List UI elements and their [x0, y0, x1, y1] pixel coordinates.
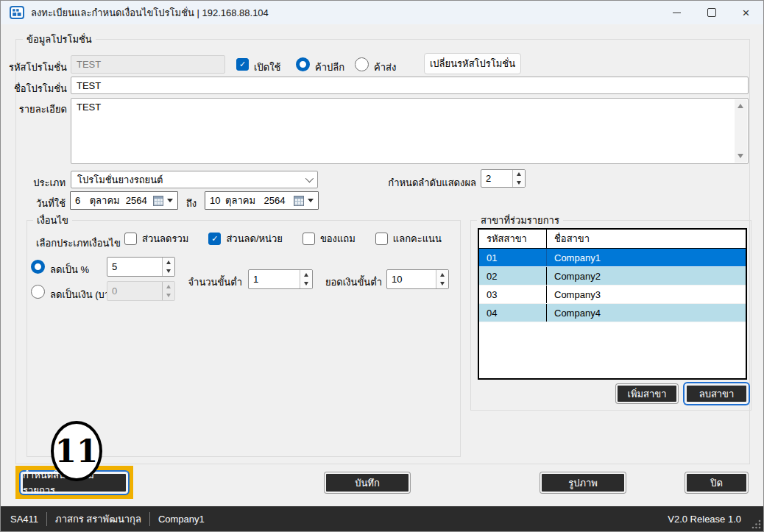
picture-button[interactable]: รูปภาพ — [540, 472, 626, 493]
condition-checkbox-free-gift[interactable]: ของแถม — [303, 231, 356, 247]
close-button[interactable]: × — [729, 1, 763, 24]
promo-code-input: TEST — [71, 55, 225, 74]
enable-checkbox[interactable]: ✓ — [236, 58, 249, 71]
spinner-down-icon[interactable] — [513, 179, 525, 188]
spinner-down-icon[interactable] — [163, 267, 174, 277]
checkbox-unchecked-icon[interactable] — [303, 233, 315, 245]
delete-branch-button[interactable]: ลบสาขา — [685, 384, 748, 403]
chevron-down-icon — [305, 174, 314, 182]
type-combobox[interactable]: โปรโมชั่นยางรถยนต์ — [71, 171, 318, 188]
save-button[interactable]: บันทึก — [325, 472, 410, 493]
textarea-scrollbar[interactable] — [735, 99, 747, 163]
date-to-label: ถึง — [186, 196, 197, 211]
header-cell-branch-name: ชื่อสาขา — [547, 230, 746, 248]
display-order-label: กำหนดลำดับแสดงผล — [381, 175, 476, 191]
description-textarea[interactable]: TEST — [71, 98, 749, 164]
check-icon: ✓ — [239, 60, 246, 69]
condition-checkbox-label: ส่วนลด/หน่วย — [226, 231, 283, 247]
scroll-up-icon[interactable] — [738, 104, 743, 108]
percent-radio[interactable] — [31, 260, 45, 274]
spinner-down-icon[interactable] — [300, 280, 312, 289]
condition-checkbox-label: แลกคะแนน — [393, 231, 442, 247]
percent-stepper[interactable]: 5 — [107, 257, 175, 277]
branch-name-cell: Company2 — [547, 267, 746, 285]
promo-group-label: ข้อมูลโปรโมชั่น — [23, 34, 96, 45]
amount-stepper: 0 — [107, 281, 175, 301]
status-version: V2.0 Release 1.0 — [668, 514, 741, 525]
spinner-up-icon — [163, 282, 174, 291]
checkbox-checked-icon[interactable]: ✓ — [208, 233, 221, 245]
retail-radio-label: ค้าปลีก — [315, 60, 344, 75]
annotation-circle: 11 — [51, 421, 102, 481]
spinner-up-icon[interactable] — [436, 270, 448, 280]
condition-checkbox-redeem-points[interactable]: แลกคะแนน — [375, 231, 442, 247]
table-row[interactable]: 04Company4 — [479, 304, 746, 322]
dropdown-arrow-icon — [167, 199, 173, 202]
spinner-down-icon[interactable] — [436, 280, 448, 289]
app-icon — [10, 6, 24, 19]
calendar-icon — [153, 196, 163, 206]
branch-table: รหัสสาขา ชื่อสาขา 01Company102Company203… — [478, 228, 747, 380]
branch-name-cell: Company4 — [547, 304, 746, 322]
branch-code-cell: 02 — [479, 267, 547, 285]
table-row[interactable]: 02Company2 — [479, 267, 746, 285]
min-qty-label: จำนวนขั้นต่ำ — [183, 274, 242, 290]
condition-checkbox-discount-total[interactable]: ส่วนลดรวม — [124, 231, 188, 247]
conditions-group-label: เงื่อนไข — [33, 215, 72, 226]
spinner-up-icon[interactable] — [163, 258, 174, 267]
conditions-group — [26, 220, 461, 457]
percent-radio-label: ลดเป็น % — [50, 262, 89, 277]
condition-type-checkboxes: ส่วนลดรวม✓ส่วนลด/หน่วยของแถมแลกคะแนน — [124, 230, 442, 247]
branches-group-label: สาขาที่ร่วมรายการ — [477, 215, 563, 226]
status-separator — [149, 512, 150, 526]
table-row[interactable]: 03Company3 — [479, 285, 746, 304]
status-user: ภาสกร สราพัฒนากุล — [55, 511, 141, 527]
maximize-button[interactable] — [695, 1, 728, 24]
promo-name-label: ชื่อโปรโมชั่น — [5, 81, 67, 96]
window-titlebar: ลงทะเบียนและกำหนดเงื่อนไขโปรโมชั่น | 192… — [1, 1, 763, 24]
spinner-up-icon[interactable] — [300, 270, 312, 280]
app-window: ลงทะเบียนและกำหนดเงื่อนไขโปรโมชั่น | 192… — [0, 0, 764, 532]
date-from-picker[interactable]: 6 ตุลาคม 2564 — [70, 191, 178, 210]
promo-name-input[interactable]: TEST — [71, 77, 749, 94]
description-label: รายละเอียด — [5, 102, 67, 117]
condition-checkbox-discount-per-unit[interactable]: ✓ส่วนลด/หน่วย — [208, 231, 283, 247]
dropdown-arrow-icon — [308, 199, 314, 202]
type-label: ประเภท — [4, 175, 66, 191]
branch-name-cell: Company1 — [547, 249, 746, 266]
status-code: SA411 — [10, 514, 38, 525]
date-to-picker[interactable]: 10 ตุลาคม 2564 — [205, 191, 319, 210]
branch-table-header: รหัสสาขา ชื่อสาขา — [479, 230, 746, 249]
status-separator — [46, 512, 47, 526]
maximize-icon — [707, 8, 716, 17]
table-row[interactable]: 01Company1 — [479, 249, 746, 267]
scroll-down-icon[interactable] — [738, 154, 743, 158]
header-cell-branch-code: รหัสสาขา — [479, 230, 547, 248]
min-amount-stepper[interactable]: 10 — [386, 269, 449, 289]
min-qty-stepper[interactable]: 1 — [248, 269, 313, 289]
enable-checkbox-label: เปิดใช้ — [254, 60, 280, 75]
checkbox-unchecked-icon[interactable] — [375, 233, 388, 245]
minimize-button[interactable] — [660, 1, 693, 24]
add-branch-button[interactable]: เพิ่มสาขา — [616, 384, 678, 403]
minimize-icon — [673, 13, 681, 13]
change-code-button[interactable]: เปลี่ยนรหัสโปรโมชั่น — [424, 53, 521, 74]
spinner-up-icon[interactable] — [513, 170, 525, 179]
resize-grip-icon[interactable] — [751, 519, 761, 529]
close-icon: × — [743, 7, 750, 19]
window-title: ลงทะเบียนและกำหนดเงื่อนไขโปรโมชั่น | 192… — [31, 5, 269, 21]
branch-table-body: 01Company102Company203Company304Company4 — [479, 249, 746, 322]
retail-radio[interactable] — [296, 57, 310, 71]
wholesale-radio[interactable] — [355, 57, 369, 71]
branch-code-cell: 03 — [479, 285, 547, 303]
close-form-button[interactable]: ปิด — [685, 472, 748, 493]
wholesale-radio-label: ค้าส่ง — [374, 60, 396, 75]
calendar-icon — [294, 196, 304, 206]
date-label: วันที่ใช้ — [4, 196, 66, 211]
condition-type-label: เลือกประเภทเงื่อนไข — [36, 235, 121, 251]
branch-code-cell: 01 — [479, 249, 547, 266]
amount-radio[interactable] — [31, 285, 45, 299]
checkbox-unchecked-icon[interactable] — [124, 233, 137, 245]
min-amount-label: ยอดเงินขั้นต่ำ — [316, 274, 382, 290]
display-order-stepper[interactable]: 2 — [481, 169, 526, 188]
